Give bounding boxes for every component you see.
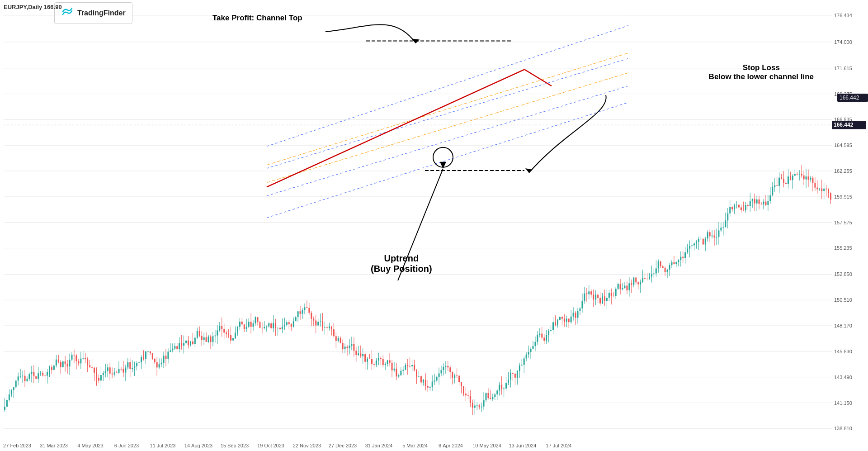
chart-container: TradingFinder EURJPY,Daily 166.90 Take P… (0, 0, 868, 451)
logo: TradingFinder (54, 2, 132, 24)
current-price-label: 166.442 (837, 94, 868, 102)
logo-icon (61, 5, 74, 21)
logo-text: TradingFinder (77, 9, 126, 17)
symbol-info: EURJPY,Daily 166.90 (4, 4, 62, 10)
